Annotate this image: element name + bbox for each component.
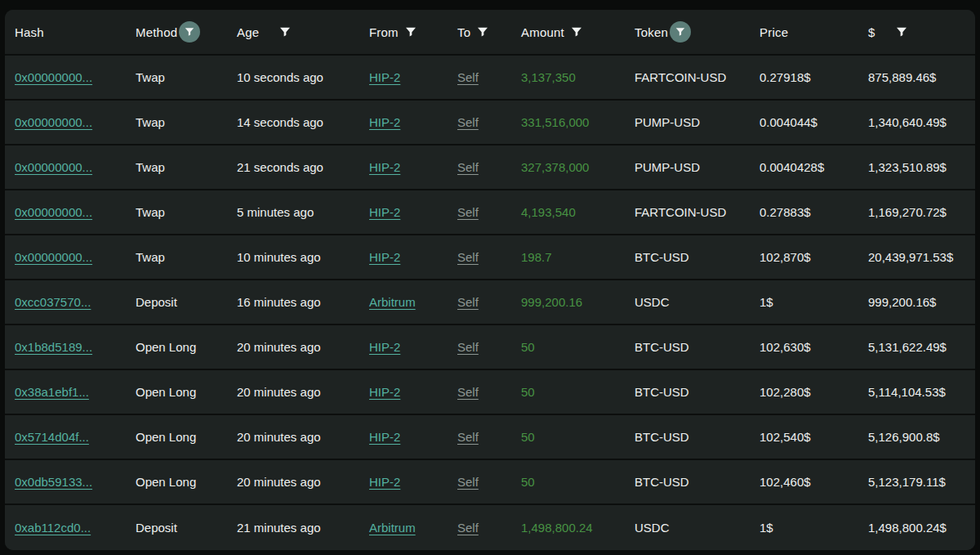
hash-link[interactable]: 0x38a1ebf1... bbox=[15, 385, 89, 399]
method-cell: Open Long bbox=[136, 430, 237, 444]
from-link[interactable]: Arbitrum bbox=[369, 521, 416, 535]
column-header-price: Price bbox=[760, 25, 868, 39]
usd-cell: 875,889.46$ bbox=[868, 70, 975, 84]
hash-link[interactable]: 0x00000000... bbox=[15, 160, 92, 174]
age-cell: 5 minutes ago bbox=[237, 205, 369, 219]
to-link[interactable]: Self bbox=[457, 340, 479, 354]
usd-cell: 1,340,640.49$ bbox=[868, 115, 975, 129]
to-link[interactable]: Self bbox=[457, 160, 479, 174]
to-link[interactable]: Self bbox=[457, 430, 479, 444]
table-row: 0x00000000... Twap 21 seconds ago HIP-2 … bbox=[5, 145, 975, 190]
from-link[interactable]: HIP-2 bbox=[369, 70, 400, 84]
method-filter-icon[interactable] bbox=[179, 21, 200, 43]
table-row: 0xcc037570... Deposit 16 minutes ago Arb… bbox=[5, 280, 975, 325]
token-cell: BTC-USD bbox=[635, 430, 760, 444]
column-header-from: From bbox=[369, 25, 457, 39]
price-cell: 102,870$ bbox=[760, 250, 868, 264]
hash-link[interactable]: 0xab112cd0... bbox=[15, 521, 91, 535]
amount-cell: 4,193,540 bbox=[521, 205, 635, 219]
amount-cell: 999,200.16 bbox=[521, 295, 635, 309]
price-cell: 1$ bbox=[760, 295, 868, 309]
from-link[interactable]: HIP-2 bbox=[369, 340, 400, 354]
token-cell: USDC bbox=[635, 295, 760, 309]
to-filter-icon[interactable] bbox=[476, 25, 489, 38]
table-row: 0x00000000... Twap 14 seconds ago HIP-2 … bbox=[5, 101, 975, 145]
column-header-hash: Hash bbox=[15, 25, 136, 39]
amount-cell: 50 bbox=[521, 385, 635, 399]
from-link[interactable]: HIP-2 bbox=[369, 205, 400, 219]
from-link[interactable]: Arbitrum bbox=[369, 295, 416, 309]
to-link[interactable]: Self bbox=[457, 70, 479, 84]
method-cell: Open Long bbox=[136, 340, 237, 354]
hash-link[interactable]: 0xcc037570... bbox=[15, 295, 91, 309]
usd-cell: 1,169,270.72$ bbox=[868, 205, 975, 219]
from-link[interactable]: HIP-2 bbox=[369, 475, 400, 489]
method-cell: Deposit bbox=[136, 295, 237, 309]
table-body: 0x00000000... Twap 10 seconds ago HIP-2 … bbox=[5, 56, 975, 550]
token-cell: PUMP-USD bbox=[635, 160, 760, 174]
amount-cell: 50 bbox=[521, 430, 635, 444]
method-cell: Twap bbox=[136, 205, 237, 219]
from-link[interactable]: HIP-2 bbox=[369, 250, 400, 264]
hash-link[interactable]: 0x00000000... bbox=[15, 115, 92, 129]
age-cell: 20 minutes ago bbox=[237, 340, 369, 354]
age-cell: 10 seconds ago bbox=[237, 70, 369, 84]
hash-link[interactable]: 0x0db59133... bbox=[15, 475, 92, 489]
from-link[interactable]: HIP-2 bbox=[369, 430, 400, 444]
to-link[interactable]: Self bbox=[457, 295, 479, 309]
table-row: 0x00000000... Twap 10 seconds ago HIP-2 … bbox=[5, 56, 975, 101]
age-filter-icon[interactable] bbox=[278, 25, 292, 38]
column-label-hash: Hash bbox=[15, 25, 44, 39]
token-cell: PUMP-USD bbox=[635, 115, 760, 129]
to-link[interactable]: Self bbox=[457, 475, 479, 489]
from-link[interactable]: HIP-2 bbox=[369, 115, 400, 129]
from-filter-icon[interactable] bbox=[404, 25, 417, 38]
column-label-age: Age bbox=[237, 25, 259, 39]
token-cell: FARTCOIN-USD bbox=[635, 205, 760, 219]
method-cell: Twap bbox=[136, 250, 237, 264]
hash-link[interactable]: 0x1b8d5189... bbox=[15, 340, 92, 354]
to-link[interactable]: Self bbox=[457, 115, 479, 129]
price-cell: 102,540$ bbox=[760, 430, 868, 444]
column-label-price: Price bbox=[760, 25, 788, 39]
method-cell: Twap bbox=[136, 115, 237, 129]
age-cell: 20 minutes ago bbox=[237, 385, 369, 399]
usd-filter-icon[interactable] bbox=[895, 25, 908, 38]
usd-cell: 5,131,622.49$ bbox=[868, 340, 975, 354]
amount-cell: 331,516,000 bbox=[521, 115, 635, 129]
to-link[interactable]: Self bbox=[457, 385, 479, 399]
column-label-usd: $ bbox=[868, 25, 875, 39]
to-link[interactable]: Self bbox=[457, 250, 479, 264]
amount-cell: 50 bbox=[521, 475, 635, 489]
price-cell: 0.004044$ bbox=[760, 115, 868, 129]
method-cell: Deposit bbox=[136, 521, 237, 535]
hash-link[interactable]: 0x00000000... bbox=[15, 205, 92, 219]
hash-link[interactable]: 0x00000000... bbox=[15, 250, 92, 264]
token-cell: BTC-USD bbox=[635, 340, 760, 354]
hash-link[interactable]: 0x5714d04f... bbox=[15, 430, 89, 444]
to-link[interactable]: Self bbox=[457, 205, 479, 219]
from-link[interactable]: HIP-2 bbox=[369, 160, 400, 174]
usd-cell: 5,123,179.11$ bbox=[868, 475, 975, 489]
token-cell: FARTCOIN-USD bbox=[635, 70, 760, 84]
token-cell: BTC-USD bbox=[635, 250, 760, 264]
column-label-method: Method bbox=[136, 25, 177, 39]
table-row: 0x0db59133... Open Long 20 minutes ago H… bbox=[5, 460, 975, 505]
table-row: 0x38a1ebf1... Open Long 20 minutes ago H… bbox=[5, 370, 975, 415]
method-cell: Open Long bbox=[136, 385, 237, 399]
age-cell: 21 minutes ago bbox=[237, 521, 369, 535]
method-cell: Twap bbox=[136, 70, 237, 84]
token-cell: USDC bbox=[635, 521, 760, 535]
to-link[interactable]: Self bbox=[457, 521, 479, 535]
method-cell: Twap bbox=[136, 160, 237, 174]
token-filter-icon[interactable] bbox=[670, 21, 691, 43]
from-link[interactable]: HIP-2 bbox=[369, 385, 400, 399]
amount-cell: 327,378,000 bbox=[521, 160, 635, 174]
price-cell: 102,280$ bbox=[760, 385, 868, 399]
age-cell: 10 minutes ago bbox=[237, 250, 369, 264]
column-header-age: Age bbox=[237, 25, 369, 39]
table-row: 0x5714d04f... Open Long 20 minutes ago H… bbox=[5, 415, 975, 460]
hash-link[interactable]: 0x00000000... bbox=[15, 70, 92, 84]
amount-filter-icon[interactable] bbox=[570, 25, 583, 38]
table-row: 0x1b8d5189... Open Long 20 minutes ago H… bbox=[5, 325, 975, 370]
